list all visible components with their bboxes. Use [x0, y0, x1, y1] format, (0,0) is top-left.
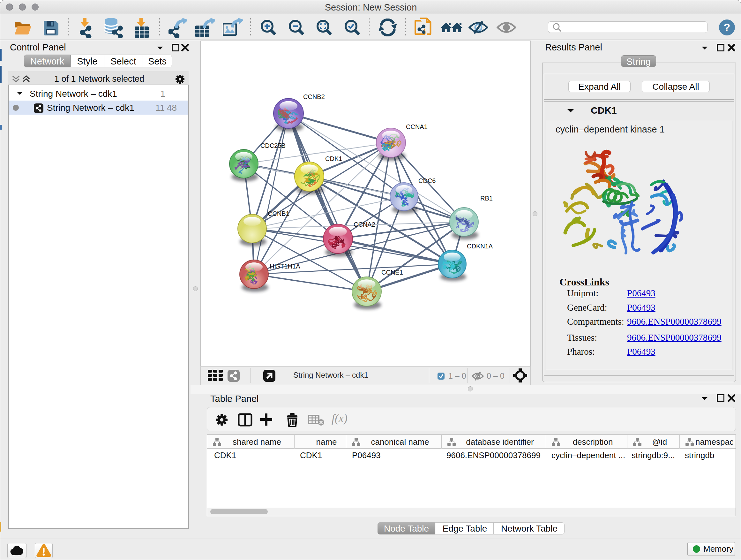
svg-text:?: ? [724, 21, 731, 33]
svg-text:RB1: RB1 [480, 195, 493, 202]
svg-text:CCNA2: CCNA2 [354, 221, 375, 228]
svg-text:CDK1: CDK1 [325, 155, 342, 162]
svg-text:CCNB2: CCNB2 [303, 93, 325, 100]
svg-text:CCNA1: CCNA1 [406, 123, 428, 130]
svg-text:CCNB1: CCNB1 [268, 210, 289, 217]
svg-text:CDKN1A: CDKN1A [467, 243, 493, 250]
svg-text:CDC6: CDC6 [418, 177, 435, 184]
svg-text:HIST1H1A: HIST1H1A [270, 263, 300, 270]
svg-text:CDC25B: CDC25B [260, 142, 286, 149]
svg-text:CCNE1: CCNE1 [381, 269, 403, 276]
